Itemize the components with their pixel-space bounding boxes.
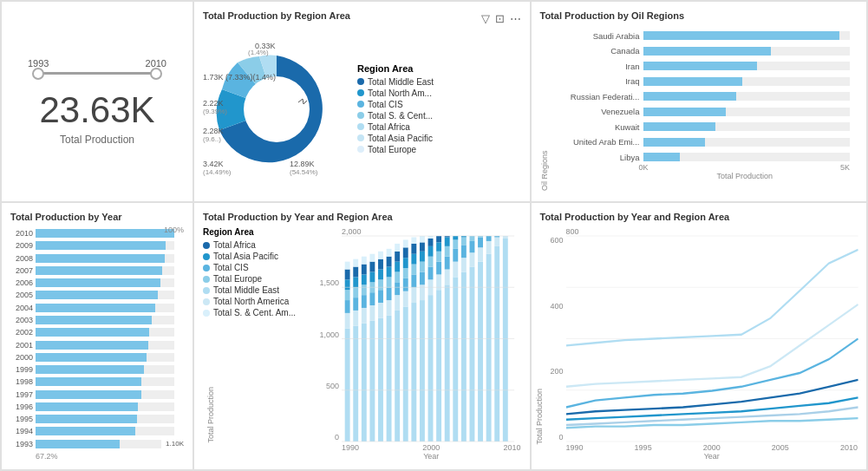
filter-icon[interactable]: ▽ <box>481 12 490 25</box>
oil-label-libya: Libya <box>553 153 640 162</box>
svg-rect-85 <box>445 257 450 270</box>
oil-label-uae: United Arab Emi... <box>553 137 640 147</box>
svg-rect-102 <box>470 236 475 241</box>
line-x-1995: 1995 <box>635 443 652 452</box>
line-chart-svg <box>566 236 858 442</box>
expand-icon[interactable]: ⊡ <box>495 12 505 25</box>
oil-x-tick-0: 0K <box>639 163 649 172</box>
svg-rect-81 <box>436 242 441 251</box>
oil-bar-fill-canada <box>643 47 772 56</box>
stacked-legend-northam: Total North America <box>203 297 316 306</box>
year-slider[interactable]: 1993 2010 <box>28 58 166 75</box>
kpi-label: Total Production <box>60 134 134 146</box>
stacked-bars-area <box>342 236 521 442</box>
donut-label-5b: (14.49%) <box>203 168 231 176</box>
svg-rect-30 <box>378 290 383 303</box>
oil-bar-fill-uae <box>643 138 706 147</box>
svg-rect-39 <box>387 267 392 278</box>
svg-rect-27 <box>369 254 375 262</box>
y-tick-1000: 1,000 <box>319 330 339 339</box>
svg-rect-42 <box>395 311 400 442</box>
svg-rect-93 <box>453 236 458 239</box>
stacked-dot-middleeast <box>203 287 210 294</box>
stacked-dot-northam <box>203 298 210 305</box>
legend-dot-middleeast <box>357 78 364 85</box>
legend-item-africa: Total Africa <box>357 122 521 132</box>
slider-track <box>38 72 156 75</box>
svg-rect-67 <box>420 252 425 262</box>
oil-label-canada: Canada <box>553 46 640 56</box>
svg-rect-58 <box>411 274 416 287</box>
line-y-tick-400: 400 <box>550 302 563 311</box>
svg-rect-25 <box>369 271 375 282</box>
svg-rect-65 <box>420 271 425 285</box>
donut-label-4: 2.28K <box>203 127 224 135</box>
line-y-tick-0: 0 <box>558 433 563 442</box>
donut-chart: 0.33K (1.4%) 1.73K (7.33%)(1.4%) 2.22K (… <box>203 40 350 179</box>
oil-bar-fill-venezuela <box>643 108 726 116</box>
year-bar-2010: 2010 <box>10 229 184 238</box>
svg-rect-90 <box>453 262 458 278</box>
svg-rect-20 <box>362 257 367 265</box>
stacked-legend: Region Area Total Africa Total Asia Paci… <box>203 227 316 461</box>
svg-rect-15 <box>362 308 367 324</box>
svg-rect-54 <box>403 247 408 258</box>
stacked-legend-cis: Total CIS <box>203 263 316 272</box>
stacked-chart-row: 1,500 1,000 500 0 <box>319 236 521 442</box>
year-bar-2002: 2002 <box>10 328 184 337</box>
line-x-label: Year <box>540 452 858 461</box>
svg-rect-14 <box>362 324 367 442</box>
svg-rect-5 <box>345 270 350 280</box>
year-bar-title: Total Production by Year <box>10 212 184 222</box>
slider-thumb-right[interactable] <box>150 68 162 80</box>
legend-dot-cis <box>357 101 364 108</box>
svg-rect-8 <box>353 311 358 326</box>
stacked-legend-africa: Total Africa <box>203 240 316 250</box>
svg-rect-80 <box>436 252 441 262</box>
stacked-label-middleeast: Total Middle East <box>213 285 279 295</box>
donut-label-3b: (9.39%) <box>203 108 227 115</box>
stacked-dot-europe <box>203 276 210 283</box>
svg-rect-0 <box>345 329 350 442</box>
year-bar-2007: 2007 <box>10 266 184 275</box>
oil-bar-outer-iran <box>643 62 851 70</box>
svg-rect-97 <box>461 237 467 245</box>
svg-rect-46 <box>395 262 400 272</box>
donut-header: Total Production by Region Area ▽ ⊡ ⋯ <box>203 10 521 26</box>
oil-bar-kuwait: Kuwait <box>553 121 851 133</box>
stacked-chart-container: 2,000 1,500 1,000 500 0 <box>319 227 521 461</box>
line-x-1990: 1990 <box>566 443 584 452</box>
more-icon[interactable]: ⋯ <box>510 12 521 25</box>
slider-thumb-left[interactable] <box>32 68 44 80</box>
svg-rect-44 <box>395 282 400 295</box>
legend-item-northam: Total North Am... <box>357 88 521 98</box>
svg-rect-7 <box>353 326 358 442</box>
oil-label-iraq: Iraq <box>553 76 640 86</box>
line-x-2005: 2005 <box>772 443 789 452</box>
oil-label-saudi: Saudi Arabia <box>553 31 640 41</box>
svg-rect-113 <box>503 239 508 442</box>
svg-rect-38 <box>387 277 392 287</box>
year-bar-2000: 2000 <box>10 353 184 362</box>
stacked-bar-svg <box>342 236 521 442</box>
year-bar-2001: 2001 <box>10 341 184 350</box>
svg-rect-62 <box>411 237 416 243</box>
line-africa <box>566 380 858 415</box>
legend-item-sc: Total S. & Cent... <box>357 111 521 121</box>
svg-rect-91 <box>453 249 458 262</box>
line-asiapac <box>566 397 858 419</box>
donut-label-6b: (54.54%) <box>290 168 317 176</box>
year-bar-2005: 2005 <box>10 291 184 299</box>
stacked-x-2010: 2010 <box>503 443 520 452</box>
svg-rect-114 <box>503 236 508 239</box>
svg-rect-92 <box>453 239 458 248</box>
oil-bar-outer-kuwait <box>643 122 851 131</box>
oil-bar-fill-iraq <box>643 77 742 86</box>
svg-rect-110 <box>494 246 499 442</box>
year-bar-1998: 1998 <box>10 377 184 386</box>
svg-rect-89 <box>453 277 458 442</box>
svg-rect-83 <box>445 285 450 442</box>
svg-rect-4 <box>345 279 350 290</box>
line-x-axis: 1990 1995 2000 2005 2010 <box>540 443 858 452</box>
svg-rect-72 <box>428 267 434 280</box>
